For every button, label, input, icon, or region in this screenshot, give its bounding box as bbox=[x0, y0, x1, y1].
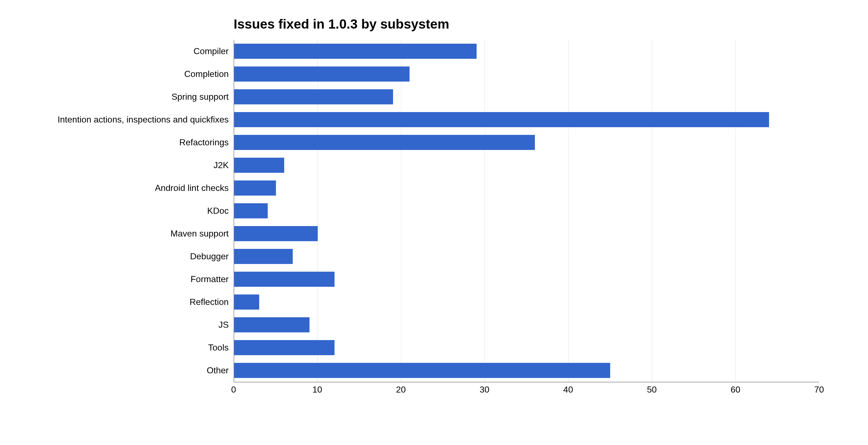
y-axis-label: Compiler bbox=[22, 40, 234, 63]
x-axis-tick: 10 bbox=[312, 385, 322, 395]
bar-row bbox=[234, 291, 819, 313]
bars bbox=[234, 40, 819, 382]
bar-row bbox=[234, 63, 819, 86]
bar bbox=[234, 340, 335, 355]
bar-row bbox=[234, 154, 819, 177]
x-axis: 010203040506070 bbox=[234, 385, 819, 398]
bar bbox=[234, 226, 318, 241]
plot-area bbox=[234, 40, 819, 382]
bar bbox=[234, 181, 276, 196]
y-axis-label: KDoc bbox=[22, 199, 234, 222]
bar bbox=[234, 249, 293, 264]
x-axis-tick: 0 bbox=[231, 385, 236, 395]
bar-row bbox=[234, 177, 819, 199]
y-axis-label: Completion bbox=[22, 63, 234, 86]
y-axis-label: Intention actions, inspections and quick… bbox=[22, 108, 234, 131]
bar-row bbox=[234, 131, 819, 154]
x-axis-tick: 60 bbox=[731, 385, 741, 395]
y-axis-label: JS bbox=[22, 313, 234, 336]
y-axis-label: Refactorings bbox=[22, 131, 234, 154]
bar-row bbox=[234, 336, 819, 359]
bar-row bbox=[234, 86, 819, 108]
bar bbox=[234, 66, 409, 82]
y-axis-label: Other bbox=[22, 359, 234, 382]
x-axis-tick: 70 bbox=[814, 385, 824, 395]
bar bbox=[234, 203, 268, 218]
bar bbox=[234, 317, 309, 332]
bar-row bbox=[234, 222, 819, 245]
bar-row bbox=[234, 313, 819, 336]
bar bbox=[234, 158, 284, 173]
y-axis-label: J2K bbox=[22, 154, 234, 177]
chart-body: CompilerCompletionSpring supportIntentio… bbox=[22, 40, 819, 382]
y-axis-label: Formatter bbox=[22, 268, 234, 291]
bar-row bbox=[234, 199, 819, 222]
x-axis-tick: 40 bbox=[563, 385, 573, 395]
x-axis-tick: 50 bbox=[647, 385, 657, 395]
y-axis-label: Reflection bbox=[22, 291, 234, 313]
bar bbox=[234, 44, 476, 59]
x-axis-tick: 20 bbox=[396, 385, 406, 395]
bar bbox=[234, 112, 769, 127]
y-axis-label: Android lint checks bbox=[22, 177, 234, 199]
bar-row bbox=[234, 359, 819, 382]
bar bbox=[234, 294, 259, 310]
bar bbox=[234, 272, 335, 287]
bar bbox=[234, 363, 610, 378]
y-axis-label: Spring support bbox=[22, 86, 234, 108]
bar bbox=[234, 135, 535, 150]
y-axis-labels: CompilerCompletionSpring supportIntentio… bbox=[22, 40, 234, 382]
x-axis-tick: 30 bbox=[479, 385, 490, 395]
y-axis-label: Tools bbox=[22, 336, 234, 359]
bar-row bbox=[234, 268, 819, 291]
bar-row bbox=[234, 40, 819, 63]
bar bbox=[234, 89, 393, 104]
bar-row bbox=[234, 245, 819, 268]
y-axis-label: Debugger bbox=[22, 245, 234, 268]
bar-row bbox=[234, 108, 819, 131]
y-axis-label: Maven support bbox=[22, 222, 234, 245]
chart-container: Issues fixed in 1.0.3 by subsystem Compi… bbox=[22, 17, 819, 398]
chart-title: Issues fixed in 1.0.3 by subsystem bbox=[234, 17, 819, 32]
